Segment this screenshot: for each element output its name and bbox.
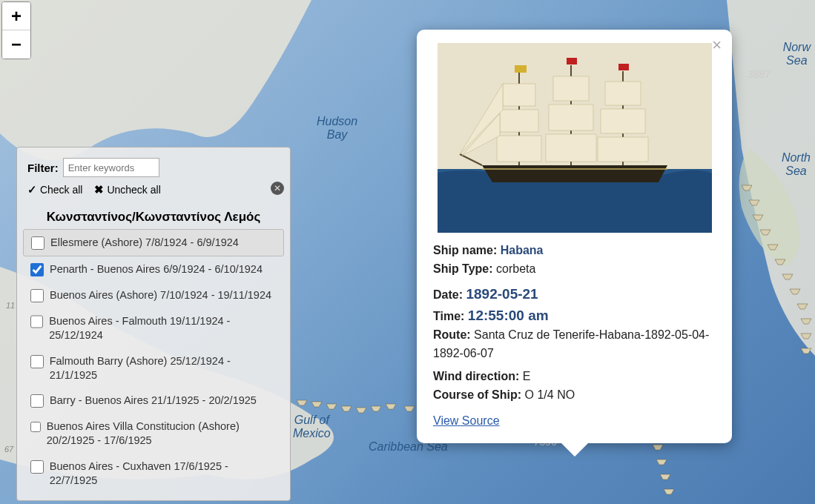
ship-name-value[interactable]: Habana xyxy=(501,244,544,256)
route-label: Buenos Aires - Cuxhaven 17/6/1925 - 22/7… xyxy=(50,460,277,488)
svg-rect-8 xyxy=(567,58,577,64)
ship-type-label: Ship Type: xyxy=(433,262,493,275)
route-label: Buenos Aires Villa Constitucion (Ashore)… xyxy=(47,420,277,448)
course-label: Course of Ship: xyxy=(433,388,521,401)
uncheck-icon: ✖ xyxy=(94,183,104,196)
ship-type-value: corbeta xyxy=(496,262,535,275)
route-item[interactable]: Buenos Aires Villa Constitucion (Ashore)… xyxy=(23,414,284,454)
route-checkbox[interactable] xyxy=(30,263,44,276)
route-item[interactable]: Penarth - Buenos Aires 6/9/1924 - 6/10/1… xyxy=(23,256,284,282)
route-checkbox[interactable] xyxy=(30,394,44,408)
route-item[interactable]: Falmouth Barry (Ashore) 25/12/1924 - 21/… xyxy=(23,348,284,388)
ship-image xyxy=(438,43,712,233)
route-label: Ellesmere (Ashore) 7/8/1924 - 6/9/1924 xyxy=(50,236,239,250)
popup-close-button[interactable]: × xyxy=(712,36,722,55)
panel-close-button[interactable]: ✕ xyxy=(271,182,284,195)
zoom-controls: + − xyxy=(1,1,31,59)
route-label: Buenos Aires - Falmouth 19/11/1924 - 25/… xyxy=(49,314,277,342)
uncheck-all-link[interactable]: ✖ Uncheck all xyxy=(94,183,160,196)
popup-tip xyxy=(561,443,588,457)
route-checkbox[interactable] xyxy=(30,289,44,302)
wind-label: Wind direction: xyxy=(433,370,519,382)
course-value: O 1/4 NO xyxy=(525,388,575,401)
route-item[interactable]: Ellesmere (Ashore) 7/8/1924 - 6/9/1924 xyxy=(23,229,284,256)
route-item[interactable]: Buenos Aires - Cuxhaven 17/6/1925 - 22/7… xyxy=(23,454,284,494)
route-checkbox[interactable] xyxy=(31,236,44,250)
route-label: Route: xyxy=(433,328,471,341)
wind-value: E xyxy=(523,370,531,382)
route-checkbox[interactable] xyxy=(30,315,43,328)
route-checkbox[interactable] xyxy=(30,355,44,368)
route-checkbox[interactable] xyxy=(30,460,44,474)
date-label: Date: xyxy=(433,288,463,301)
route-label: Penarth - Buenos Aires 6/9/1924 - 6/10/1… xyxy=(50,262,263,276)
route-value: Santa Cruz de Tenerife-Habana-1892-05-04… xyxy=(433,328,709,359)
filter-label: Filter: xyxy=(27,162,59,174)
route-item[interactable]: Buenos Aires - Falmouth 19/11/1924 - 25/… xyxy=(23,308,284,348)
svg-rect-9 xyxy=(618,64,629,70)
date-value: 1892-05-21 xyxy=(466,286,538,302)
view-source-link[interactable]: View Source xyxy=(433,412,500,431)
filter-panel: Filter: ✓ Check all ✖ Uncheck all ✕ Κωνσ… xyxy=(16,147,291,501)
svg-rect-7 xyxy=(515,65,527,73)
filter-input[interactable] xyxy=(63,158,159,177)
time-label: Time: xyxy=(433,310,464,322)
zoom-out-button[interactable]: − xyxy=(2,30,30,59)
route-label: Rotterdam (Ashore) 22/7/1925 - 7/8/1925 xyxy=(50,500,246,500)
info-popup: × xyxy=(417,30,732,443)
route-label: Falmouth Barry (Ashore) 25/12/1924 - 21/… xyxy=(50,354,277,382)
route-list[interactable]: Ellesmere (Ashore) 7/8/1924 - 6/9/1924Pe… xyxy=(17,229,290,500)
zoom-in-button[interactable]: + xyxy=(2,2,30,30)
route-label: Buenos Aires (Ashore) 7/10/1924 - 19/11/… xyxy=(50,288,271,302)
ship-name-label: Ship name: xyxy=(433,244,497,256)
check-all-link[interactable]: ✓ Check all xyxy=(27,183,82,196)
route-item[interactable]: Barry - Buenos Aires 21/1/1925 - 20/2/19… xyxy=(23,388,284,414)
check-icon: ✓ xyxy=(27,183,37,196)
route-item[interactable]: Rotterdam (Ashore) 22/7/1925 - 7/8/1925 xyxy=(23,494,284,500)
list-title: Κωνσταντίνος/Κωνσταντίνος Λεμός xyxy=(17,204,290,229)
route-item[interactable]: Buenos Aires (Ashore) 7/10/1924 - 19/11/… xyxy=(23,282,284,308)
route-checkbox[interactable] xyxy=(30,420,41,434)
time-value: 12:55:00 am xyxy=(468,308,549,323)
route-label: Barry - Buenos Aires 21/1/1925 - 20/2/19… xyxy=(50,394,257,408)
